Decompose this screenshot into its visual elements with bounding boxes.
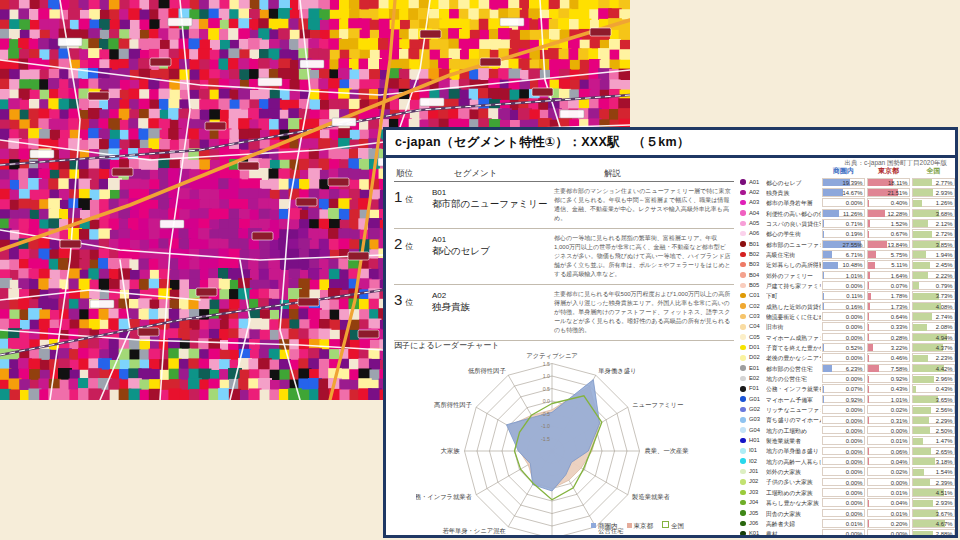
value-label: 0.00% [846, 313, 863, 321]
value-bar [913, 231, 932, 238]
station-label-chip [238, 162, 259, 170]
segment-name: 育ち盛りのマイホームファミリー [766, 416, 821, 425]
value-cell: 1.54% [912, 467, 955, 476]
value-bar [913, 282, 919, 289]
value-bar [868, 313, 869, 320]
value-cell: 0.07% [822, 384, 865, 393]
value-cell: 0.00% [822, 478, 865, 487]
segment-name: 公務・インフラ就業者 [766, 385, 821, 394]
segment-name: 工場勤めの大家族 [766, 489, 821, 498]
segment-name: 都市の単身若年層 [766, 199, 821, 208]
value-cell: 11.26% [822, 209, 865, 218]
place-label-chip [58, 38, 82, 46]
value-label: 0.71% [846, 220, 863, 228]
radar-tick-label: -0.5 [541, 411, 550, 417]
segment-row-G02: G02リッチなニューファミリー0.00%0.02%2.56% [738, 405, 956, 415]
segment-row-J05: J05田舎の大家族0.00%0.01%3.67% [738, 508, 956, 518]
value-cell: 4.37% [912, 343, 955, 352]
value-cell: 2.23% [912, 353, 955, 362]
value-cell: 2.45% [912, 260, 955, 269]
segment-description: 主要都市に見られる年収500万円程度および1,000万円以上の高所得層が入り混じ… [554, 285, 734, 340]
value-bar [868, 376, 869, 383]
segment-code: A04 [749, 210, 759, 216]
segment-name: 都市部の公営住宅 [766, 365, 821, 374]
segment-code: C05 [749, 334, 760, 340]
value-label: 0.00% [846, 375, 863, 383]
value-cell: 0.00% [822, 198, 865, 207]
radar-chart: 1.51.00.50.0-0.5-1.0-1.5アクティブシニア単身働き盛りニュ… [416, 351, 712, 538]
value-label: 0.00% [846, 499, 863, 507]
value-label: 2.22% [936, 272, 953, 280]
radar-axis-label: ニューファミリー [632, 401, 683, 409]
place-label-chip [332, 118, 356, 126]
segment-name: 都市部のニューファミリー [766, 241, 821, 250]
value-cell: 2.72% [912, 229, 955, 238]
value-label: 0.00% [891, 427, 908, 435]
segment-code: J04 [749, 499, 758, 505]
value-label: 0.46% [891, 354, 908, 362]
segment-code: A06 [749, 230, 759, 236]
value-cell: 14.67% [822, 188, 865, 197]
value-cell: 0.07% [867, 281, 910, 290]
place-label-chip [90, 300, 114, 308]
segment-row-G03: G03育ち盛りのマイホームファミリー0.00%0.31%2.29% [738, 415, 956, 425]
segment-row-J04: J04暮らし豊かな大家族0.00%0.04%2.93% [738, 498, 956, 508]
segment-row-F01: F01公務・インフラ就業者0.07%0.43%0.43% [738, 384, 956, 394]
segment-color-dot [740, 427, 746, 433]
segment-name: リッチなニューファミリー [766, 406, 821, 415]
segment-row-G01: G01マイホーム予備軍0.92%1.01%3.65% [738, 394, 956, 404]
segment-name: 高齢者夫婦 [766, 520, 821, 529]
value-cell: 2.74% [912, 312, 955, 321]
segment-name: 地方の公営住宅 [766, 375, 821, 384]
value-cell: 13.84% [867, 240, 910, 249]
value-label: 2.23% [936, 354, 953, 362]
value-label: 1.78% [891, 292, 908, 300]
value-label: 0.00% [891, 479, 908, 487]
value-cell: 5.75% [867, 250, 910, 259]
value-bar [868, 293, 871, 300]
segment-row-A03: A03都市の単身若年層0.00%0.40%1.26% [738, 198, 956, 208]
value-bar [913, 376, 934, 383]
value-label: 0.00% [891, 530, 908, 538]
radar-axis-label: 若年単身・シニア混在 [442, 527, 505, 535]
value-label: 1.47% [936, 437, 953, 445]
segment-color-dot [740, 531, 746, 537]
value-bar [823, 365, 832, 372]
value-cell: 0.00% [822, 281, 865, 290]
segment-row-A05: A05コスパの良い賃貸住宅0.71%1.52%2.12% [738, 218, 956, 228]
value-cell: 4.67% [912, 519, 955, 528]
value-label: 0.02% [891, 468, 908, 476]
value-label: 2.50% [936, 427, 953, 435]
value-label: 0.01% [891, 489, 908, 497]
value-label: 13.84% [888, 241, 908, 249]
segment-code: A01 [749, 179, 759, 185]
value-cell: 1.01% [867, 395, 910, 404]
value-label: 6.23% [846, 365, 863, 373]
value-bar [913, 458, 935, 465]
value-cell: 0.00% [822, 353, 865, 362]
segment-row-G04: G04地方の工場勤め0.00%0.00%2.50% [738, 425, 956, 435]
place-label-chip [500, 18, 524, 26]
segment-name: 旧市街 [766, 323, 821, 332]
ranking-table: 順位 セグメント 解説 1位B01都市部のニューファミリー主要都市部のマンション… [394, 168, 734, 341]
segment-code: J01 [749, 468, 758, 474]
station-label-chip [532, 88, 553, 96]
value-cell: 0.00% [822, 457, 865, 466]
segment-row-C04: C04旧市街0.00%0.33%2.08% [738, 322, 956, 332]
value-bar [913, 355, 928, 362]
value-cell: 0.67% [867, 229, 910, 238]
value-label: 5.75% [891, 251, 908, 259]
segment-row-C03: C03物流要衝近くに住む成熟家族0.00%0.64%2.74% [738, 311, 956, 321]
value-bar [913, 479, 930, 486]
value-label: 2.39% [936, 479, 953, 487]
value-bar [823, 220, 824, 227]
place-label-chip [560, 110, 584, 118]
value-cell: 0.00% [822, 374, 865, 383]
value-label: 10.48% [843, 261, 863, 269]
value-label: 0.43% [891, 385, 908, 393]
value-bar [868, 272, 870, 279]
value-cell: 0.01% [867, 509, 910, 518]
value-bar [823, 189, 843, 196]
value-label: 0.02% [891, 406, 908, 414]
value-label: 2.08% [936, 323, 953, 331]
